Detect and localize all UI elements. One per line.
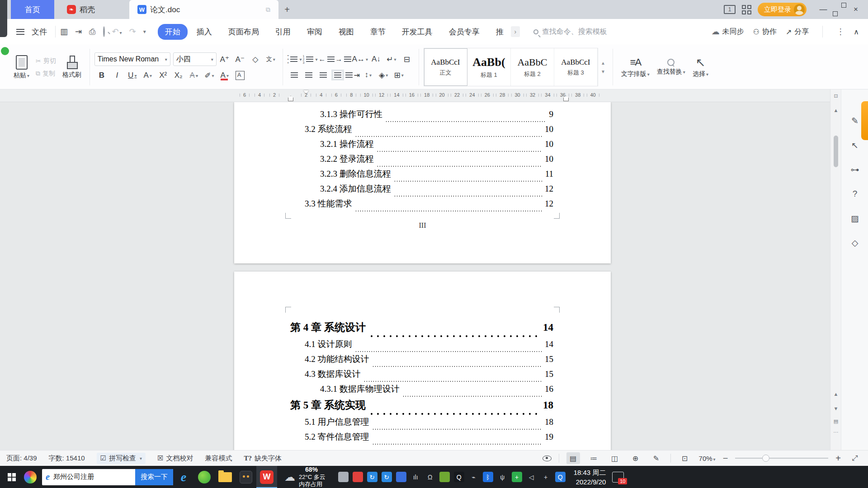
sync-tray-icon-2[interactable]: ↻ bbox=[382, 472, 392, 482]
toc-entry[interactable]: 3.1.3 操作可行性9 bbox=[290, 108, 553, 123]
underline-button[interactable]: U▾ bbox=[125, 69, 140, 82]
horizontal-ruler[interactable]: 642246810121416182022242628303234363840 bbox=[0, 89, 830, 102]
web-view-icon[interactable]: ⊕ bbox=[629, 452, 642, 464]
doc-proof-button[interactable]: ☒文档校对 bbox=[157, 454, 193, 463]
toc-entry[interactable]: 4.3.1 数据库物理设计16 bbox=[290, 383, 553, 398]
page-nav-icon[interactable]: ▤ bbox=[830, 418, 841, 424]
menu-tab-推[interactable]: 推 bbox=[489, 24, 511, 40]
decrease-font-icon[interactable]: A⁻ bbox=[233, 53, 247, 66]
bell-tray-icon[interactable]: Ω bbox=[425, 472, 435, 482]
ime-tray-icon[interactable] bbox=[338, 472, 349, 482]
toc-entry[interactable]: 4.2 功能结构设计15 bbox=[290, 353, 553, 368]
toc-entry[interactable]: 3.2.3 删除信息流程11 bbox=[290, 168, 553, 183]
antivirus-tray-icon[interactable] bbox=[353, 472, 363, 482]
font-effects-button[interactable]: A▾ bbox=[141, 69, 155, 82]
text-layout-button[interactable]: ≡A 文字排版▾ bbox=[618, 47, 653, 87]
missing-font-button[interactable]: T?缺失字体 bbox=[244, 454, 282, 463]
zoom-slider[interactable] bbox=[735, 458, 828, 459]
justify-button[interactable] bbox=[331, 69, 344, 81]
style-正文[interactable]: AaBbCcI正文 bbox=[424, 48, 467, 86]
cut-button[interactable]: ✂剪切 bbox=[36, 57, 56, 65]
qq-tray-icon[interactable]: Q bbox=[454, 472, 464, 482]
left-indent-marker[interactable] bbox=[288, 96, 293, 101]
align-center-button[interactable] bbox=[302, 69, 316, 81]
fullscreen-icon[interactable]: ⤢ bbox=[848, 452, 862, 464]
network-signal-tray-icon[interactable]: ılı bbox=[410, 472, 421, 482]
redo-icon[interactable]: ↷ bbox=[129, 27, 136, 37]
toc-entry[interactable]: 3.2 系统流程10 bbox=[290, 123, 553, 138]
font-color-button[interactable]: A▾ bbox=[217, 69, 232, 82]
taskbar-app-explorer[interactable] bbox=[215, 466, 236, 488]
format-painter-button[interactable]: 格式刷 bbox=[59, 47, 85, 87]
command-search[interactable]: 查找命令、搜索模板 bbox=[533, 27, 669, 37]
sync-tray-icon-1[interactable]: ↻ bbox=[367, 472, 377, 482]
scroll-up-icon[interactable]: ▲ bbox=[830, 108, 841, 113]
menu-tab-引用[interactable]: 引用 bbox=[268, 24, 298, 40]
toc-entry[interactable]: 3.2.2 登录流程10 bbox=[290, 153, 553, 168]
style-标题 3[interactable]: AaBbCcI标题 3 bbox=[554, 48, 598, 86]
menu-tab-视图[interactable]: 视图 bbox=[331, 24, 361, 40]
tab-document[interactable]: W 论文.doc ⧉ bbox=[129, 0, 278, 19]
superscript-button[interactable]: X² bbox=[156, 69, 170, 82]
bold-button[interactable]: B bbox=[94, 69, 109, 82]
read-view-icon[interactable]: ◫ bbox=[608, 452, 622, 464]
styles-scroll-up-icon[interactable]: ▲ bbox=[601, 61, 605, 66]
font-name-select[interactable]: Times New Roman▾ bbox=[94, 52, 170, 66]
strikethrough-button[interactable]: A▾ bbox=[187, 69, 201, 82]
align-left-button[interactable] bbox=[288, 69, 301, 81]
increase-font-icon[interactable]: A⁺ bbox=[217, 53, 232, 66]
borders-button[interactable]: ⊞▾ bbox=[392, 69, 406, 81]
taskbar-clock[interactable]: 18:43 周二 2022/9/20 bbox=[574, 468, 606, 487]
toc-entry[interactable]: 第 4 章 系统设计14 bbox=[290, 320, 553, 338]
select-cursor-icon[interactable]: ↖ bbox=[841, 140, 868, 150]
new-tab-button[interactable]: + bbox=[281, 4, 293, 15]
app-grid-icon[interactable] bbox=[742, 5, 751, 14]
zoom-slider-handle[interactable] bbox=[762, 455, 769, 462]
styles-scroll-down-icon[interactable]: ▼ bbox=[601, 69, 605, 74]
paste-button[interactable]: 粘贴▾ bbox=[10, 47, 33, 87]
highlight-button[interactable]: ✐▾ bbox=[202, 69, 217, 82]
wrap-button[interactable]: ↵▾ bbox=[384, 53, 399, 66]
ink-view-icon[interactable]: ✎ bbox=[650, 452, 663, 464]
help-icon[interactable]: ? bbox=[841, 189, 868, 199]
sync-status[interactable]: ☁未同步 bbox=[712, 27, 744, 37]
qq-browser-tray-icon[interactable]: Q bbox=[555, 472, 566, 482]
health-tray-icon[interactable]: + bbox=[512, 472, 522, 482]
taskbar-app-wps[interactable]: W bbox=[256, 466, 277, 488]
taskbar-app-ie[interactable]: e bbox=[173, 466, 194, 488]
bullet-list-button[interactable]: •••▾ bbox=[288, 53, 302, 66]
zoom-in-button[interactable]: + bbox=[835, 453, 841, 464]
usb-tray-icon[interactable]: ψ bbox=[497, 472, 508, 482]
weather-memory-widget[interactable]: ☁ 68% 22°C 多云 内存占用 bbox=[284, 466, 326, 488]
display-crosshair-tray-icon[interactable]: + bbox=[541, 472, 551, 482]
file-menu[interactable]: 文件 bbox=[28, 27, 51, 37]
menu-tab-章节[interactable]: 章节 bbox=[363, 24, 393, 40]
login-button[interactable]: 立即登录 bbox=[758, 3, 807, 16]
clear-format-icon[interactable]: ◇ bbox=[248, 53, 263, 66]
measure-line-icon[interactable]: ⊶ bbox=[841, 164, 868, 175]
style-标题 2[interactable]: AaBbC标题 2 bbox=[511, 48, 554, 86]
compat-mode-label[interactable]: 兼容模式 bbox=[205, 454, 232, 463]
save-icon[interactable]: ▥ bbox=[60, 27, 68, 37]
undo-icon[interactable]: ↶▾ bbox=[112, 27, 122, 37]
word-count[interactable]: 字数: 15410 bbox=[49, 454, 85, 463]
decrease-indent-icon[interactable]: ← bbox=[319, 53, 335, 66]
close-button[interactable]: × bbox=[849, 3, 863, 16]
tab-home[interactable]: 首页 bbox=[11, 0, 54, 19]
menu-tab-页面布局[interactable]: 页面布局 bbox=[221, 24, 266, 40]
toc-entry[interactable]: 3.2.1 操作流程10 bbox=[290, 138, 553, 153]
launcher-ball-icon[interactable] bbox=[24, 471, 37, 483]
spell-check-toggle[interactable]: ☑拼写检查▾ bbox=[97, 453, 146, 464]
screen-reader-icon[interactable]: ⊡ bbox=[830, 93, 841, 99]
shield-tray-icon[interactable] bbox=[396, 472, 406, 482]
outline-view-icon[interactable]: ≔ bbox=[587, 452, 601, 464]
toc-entry[interactable]: 3.3 性能需求12 bbox=[290, 198, 553, 213]
image-tool-icon[interactable]: ▨ bbox=[841, 213, 868, 224]
char-border-button[interactable]: A bbox=[233, 69, 247, 82]
char-scale-button[interactable]: A↔▾ bbox=[352, 53, 368, 66]
menu-tab-开始[interactable]: 开始 bbox=[158, 24, 188, 40]
green-assistant-icon[interactable] bbox=[1, 47, 9, 55]
pinyin-guide-icon[interactable]: 文▾ bbox=[264, 53, 278, 66]
scrollbar-thumb[interactable] bbox=[834, 136, 838, 167]
toolbar-more-icon[interactable]: ▾ bbox=[143, 28, 146, 35]
